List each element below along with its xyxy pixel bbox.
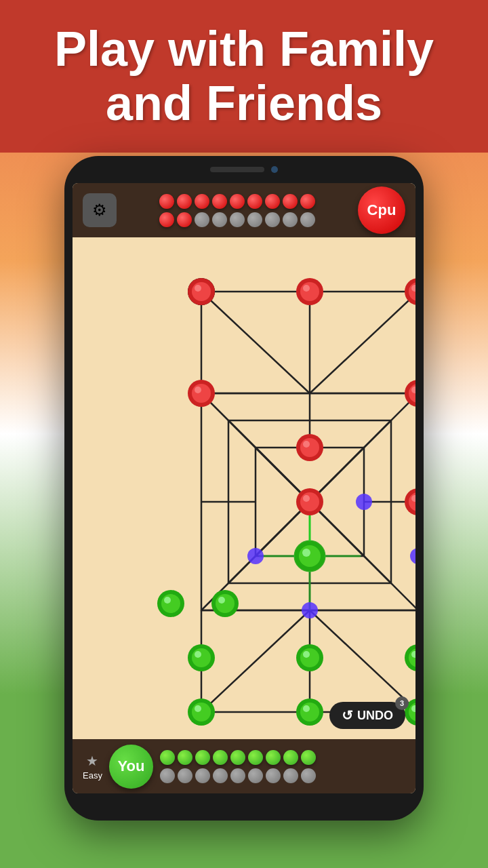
svg-point-75 [216,594,235,613]
player-piece-empty [283,768,298,783]
cpu-piece [265,194,280,209]
svg-point-73 [164,597,171,604]
player-piece [213,750,228,765]
cpu-piece [177,194,192,209]
cpu-piece [159,194,174,209]
player-piece-empty [213,768,228,783]
player-piece-row-1 [160,750,316,765]
cpu-piece [300,194,315,209]
svg-point-52 [303,285,310,292]
svg-point-88 [195,705,201,712]
gear-icon: ⚙ [92,201,107,220]
svg-point-63 [300,438,319,457]
svg-point-43 [247,548,264,564]
svg-point-69 [299,545,321,567]
svg-point-51 [300,282,319,301]
svg-point-58 [195,387,201,393]
svg-point-79 [195,651,201,658]
cpu-piece-row-1 [159,194,315,209]
svg-point-42 [356,494,372,510]
undo-button[interactable]: 3 ↺ UNDO [329,702,405,729]
cpu-piece-empty [247,212,262,227]
svg-line-28 [201,610,310,712]
undo-count-badge: 3 [395,696,409,710]
settings-button[interactable]: ⚙ [83,193,117,227]
undo-label: UNDO [357,709,393,723]
cpu-piece-row-2 [159,212,315,227]
cpu-piece [283,194,298,209]
svg-point-48 [192,282,211,301]
svg-point-57 [192,384,211,403]
player-piece-row-2 [160,768,316,783]
player-piece-empty [248,768,263,783]
svg-point-49 [195,285,201,292]
player-piece [248,750,263,765]
cpu-piece-empty [265,212,280,227]
phone-screen: ⚙ [73,183,415,793]
cpu-piece-empty [230,212,245,227]
cpu-piece-counter [159,194,315,227]
banner-line1: Play with Family [54,22,434,76]
player-piece-empty [195,768,210,783]
undo-count: 3 [400,699,404,707]
cpu-piece-empty [283,212,298,227]
svg-line-5 [310,292,415,393]
player-piece [230,750,245,765]
cpu-piece-empty [195,212,209,227]
player-piece-empty [178,768,192,783]
cpu-piece [230,194,245,209]
svg-point-91 [303,705,310,712]
game-board[interactable]: 3 ↺ UNDO [73,237,415,739]
cpu-label: Cpu [367,201,396,219]
player-piece [301,750,316,765]
svg-point-44 [410,548,415,564]
player-piece-empty [301,768,316,783]
player-piece-empty [230,768,245,783]
game-header: ⚙ [73,183,415,237]
player-piece-counter [160,750,316,783]
svg-point-78 [192,648,211,667]
banner-line2: and Friends [106,76,382,130]
player-piece [178,750,192,765]
cpu-avatar: Cpu [358,186,405,234]
cpu-piece [159,212,174,227]
svg-point-76 [218,597,225,604]
undo-icon: ↺ [342,707,353,724]
player-piece-empty [266,768,281,783]
player-piece [266,750,281,765]
star-icon: ★ [86,753,98,769]
cpu-piece-empty [300,212,315,227]
cpu-piece [177,212,192,227]
phone-camera [271,166,278,173]
svg-point-81 [300,648,319,667]
svg-point-87 [192,703,211,722]
svg-line-4 [201,292,310,393]
board-svg [73,237,415,739]
svg-point-45 [302,602,318,618]
phone-frame: ⚙ [64,156,424,821]
player-piece [283,750,298,765]
player-piece [195,750,210,765]
svg-point-82 [303,651,310,658]
svg-point-64 [303,441,310,448]
top-banner: Play with Family and Friends [0,0,488,153]
svg-point-70 [302,549,310,557]
phone-speaker [210,167,264,172]
banner-text: Play with Family and Friends [54,22,434,130]
cpu-piece-empty [212,212,227,227]
phone-top-bar [64,156,424,183]
cpu-piece [195,194,209,209]
cpu-piece [212,194,227,209]
svg-point-97 [303,495,310,502]
svg-point-96 [300,492,319,511]
player-piece [160,750,175,765]
you-avatar: You [109,745,153,789]
you-label: You [117,757,144,775]
difficulty-label: Easy [83,770,102,781]
svg-point-72 [161,594,180,613]
svg-point-90 [300,703,319,722]
game-footer: ★ Easy You [73,739,415,793]
player-piece-empty [160,768,175,783]
difficulty-indicator: ★ Easy [83,753,102,781]
cpu-piece [247,194,262,209]
